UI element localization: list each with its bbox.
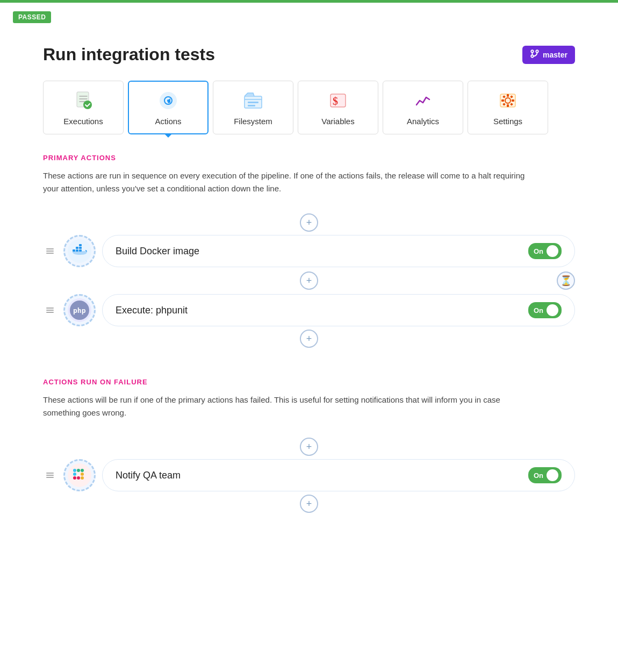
svg-rect-30 bbox=[79, 244, 82, 246]
plus-icon-2: + bbox=[306, 275, 312, 287]
svg-rect-40 bbox=[73, 469, 76, 472]
settings-icon bbox=[497, 90, 519, 111]
svg-rect-14 bbox=[507, 94, 509, 97]
plus-icon: + bbox=[306, 217, 312, 228]
svg-rect-44 bbox=[81, 476, 84, 480]
docker-icon bbox=[68, 239, 91, 263]
php-icon-wrapper: php bbox=[63, 294, 96, 326]
slack-icon bbox=[68, 463, 91, 487]
action-name-slack: Notify QA team bbox=[116, 470, 181, 481]
svg-rect-17 bbox=[512, 99, 514, 102]
svg-rect-23 bbox=[46, 251, 54, 252]
tab-variables-label: Variables bbox=[321, 117, 354, 126]
primary-actions-list: + bbox=[43, 210, 575, 351]
svg-text:$: $ bbox=[333, 95, 338, 107]
tab-filesystem-label: Filesystem bbox=[234, 117, 272, 126]
svg-rect-33 bbox=[46, 312, 54, 313]
svg-rect-45 bbox=[77, 476, 80, 480]
add-failure-action-bottom[interactable]: + bbox=[300, 495, 318, 513]
tab-executions[interactable]: Executions bbox=[43, 81, 124, 134]
svg-rect-39 bbox=[73, 473, 76, 476]
svg-rect-24 bbox=[46, 253, 54, 254]
svg-point-4 bbox=[83, 101, 92, 109]
svg-rect-29 bbox=[79, 247, 82, 249]
middle-controls: + ⏳ bbox=[43, 267, 575, 294]
drag-handle-slack[interactable] bbox=[43, 468, 57, 482]
tab-executions-label: Executions bbox=[63, 117, 103, 126]
primary-actions-title: PRIMARY ACTIONS bbox=[43, 154, 575, 162]
action-name-phpunit: Execute: phpunit bbox=[116, 305, 188, 316]
php-icon: php bbox=[68, 298, 91, 322]
svg-rect-9 bbox=[248, 105, 255, 106]
page-header: Run integration tests master bbox=[43, 45, 575, 65]
tab-settings-label: Settings bbox=[493, 117, 522, 126]
action-card-phpunit[interactable]: Execute: phpunit On bbox=[102, 294, 575, 326]
svg-rect-16 bbox=[501, 99, 504, 102]
svg-rect-8 bbox=[248, 102, 258, 103]
slack-icon-wrapper bbox=[63, 459, 96, 491]
failure-actions-desc: These actions will be run if one of the … bbox=[43, 394, 527, 419]
toggle-label-docker: On bbox=[534, 247, 543, 255]
action-card-slack[interactable]: Notify QA team On bbox=[102, 459, 575, 491]
toggle-docker[interactable]: On bbox=[528, 243, 562, 259]
svg-rect-46 bbox=[73, 476, 76, 480]
svg-rect-42 bbox=[81, 469, 84, 472]
svg-rect-15 bbox=[507, 104, 509, 107]
plus-icon-5: + bbox=[306, 498, 312, 510]
failure-actions-title: ACTIONS RUN ON FAILURE bbox=[43, 378, 575, 386]
hourglass-icon: ⏳ bbox=[560, 275, 572, 287]
filesystem-icon bbox=[242, 90, 264, 111]
svg-rect-22 bbox=[46, 248, 54, 249]
page-title: Run integration tests bbox=[43, 45, 215, 65]
analytics-icon bbox=[412, 90, 434, 111]
primary-actions-section: PRIMARY ACTIONS These actions are run in… bbox=[43, 154, 575, 351]
tab-actions-label: Actions bbox=[155, 117, 181, 126]
action-row-docker: Build Docker image On bbox=[43, 235, 575, 267]
svg-rect-36 bbox=[46, 473, 54, 474]
passed-badge-wrapper: PASSED bbox=[0, 3, 618, 23]
docker-icon-wrapper bbox=[63, 235, 96, 267]
toggle-knob-docker bbox=[547, 245, 558, 257]
add-action-top[interactable]: + bbox=[300, 213, 318, 232]
failure-actions-section: ACTIONS RUN ON FAILURE These actions wil… bbox=[43, 378, 575, 516]
branch-label: master bbox=[543, 51, 567, 59]
tab-analytics-label: Analytics bbox=[407, 117, 439, 126]
svg-rect-28 bbox=[76, 247, 78, 249]
add-failure-action-top[interactable]: + bbox=[300, 438, 318, 456]
tabs-row: Executions Actions bbox=[43, 81, 575, 134]
toggle-label-slack: On bbox=[534, 471, 543, 480]
action-name-docker: Build Docker image bbox=[116, 246, 199, 257]
tab-filesystem[interactable]: Filesystem bbox=[213, 81, 293, 134]
passed-badge: PASSED bbox=[13, 11, 51, 23]
plus-icon-4: + bbox=[306, 441, 312, 453]
svg-text:php: php bbox=[73, 306, 86, 314]
tab-settings[interactable]: Settings bbox=[468, 81, 548, 134]
drag-handle-docker[interactable] bbox=[43, 244, 57, 258]
svg-rect-43 bbox=[81, 473, 84, 476]
add-action-middle[interactable]: + bbox=[300, 271, 318, 290]
tab-variables[interactable]: $ Variables bbox=[298, 81, 378, 134]
action-row-slack: Notify QA team On bbox=[43, 459, 575, 491]
svg-point-6 bbox=[167, 99, 169, 102]
action-card-docker[interactable]: Build Docker image On bbox=[102, 235, 575, 267]
executions-icon bbox=[73, 90, 94, 111]
hourglass-btn[interactable]: ⏳ bbox=[557, 271, 575, 290]
drag-handle-phpunit[interactable] bbox=[43, 303, 57, 317]
plus-icon-3: + bbox=[306, 333, 312, 345]
variables-icon: $ bbox=[327, 90, 349, 111]
branch-badge[interactable]: master bbox=[522, 46, 575, 64]
toggle-phpunit[interactable]: On bbox=[528, 302, 562, 318]
svg-rect-38 bbox=[46, 477, 54, 478]
action-row-phpunit: php Execute: phpunit On bbox=[43, 294, 575, 326]
svg-rect-41 bbox=[77, 469, 80, 472]
toggle-knob-phpunit bbox=[547, 304, 558, 316]
tab-actions[interactable]: Actions bbox=[128, 81, 209, 134]
toggle-slack[interactable]: On bbox=[528, 467, 562, 483]
svg-rect-37 bbox=[46, 475, 54, 476]
actions-icon bbox=[157, 90, 179, 111]
svg-rect-31 bbox=[46, 308, 54, 309]
tab-analytics[interactable]: Analytics bbox=[383, 81, 463, 134]
add-action-bottom[interactable]: + bbox=[300, 330, 318, 348]
toggle-label-phpunit: On bbox=[534, 306, 543, 314]
primary-actions-desc: These actions are run in sequence on eve… bbox=[43, 169, 527, 195]
